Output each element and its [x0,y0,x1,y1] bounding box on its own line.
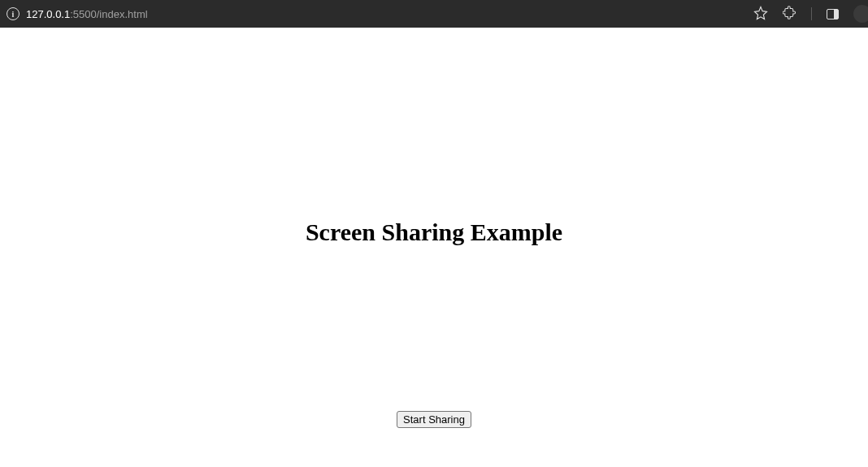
bookmark-star-icon[interactable] [753,6,768,23]
url-host: 127.0.0.1 [26,8,70,20]
profile-avatar-icon[interactable] [853,5,868,23]
url-path: :5500/index.html [70,8,147,20]
browser-actions [753,5,861,23]
browser-address-bar: i 127.0.0.1:5500/index.html [0,0,868,28]
start-sharing-button[interactable]: Start Sharing [397,411,471,428]
page-content: Screen Sharing Example Start Sharing [0,28,868,467]
url-display[interactable]: 127.0.0.1:5500/index.html [26,8,148,20]
side-panel-icon[interactable] [827,9,839,19]
address-area[interactable]: i 127.0.0.1:5500/index.html [7,7,148,20]
extensions-icon[interactable] [783,6,796,22]
site-info-icon[interactable]: i [7,7,20,20]
page-title: Screen Sharing Example [306,218,562,246]
toolbar-divider [811,7,812,20]
